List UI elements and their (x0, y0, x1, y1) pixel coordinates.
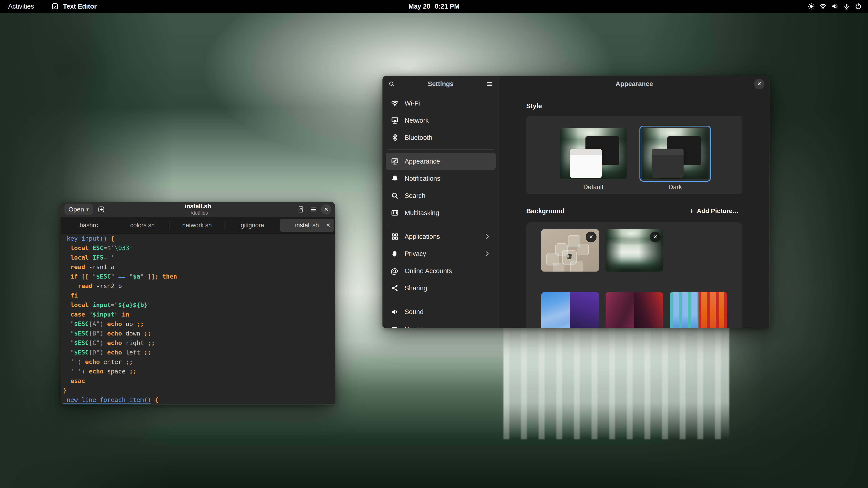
sidebar-item-power[interactable]: Power (385, 320, 496, 328)
text-editor-headerbar[interactable]: Open ▾ install.sh ~/dotfiles (61, 202, 335, 217)
code-line: fi (63, 291, 335, 300)
open-button[interactable]: Open ▾ (64, 204, 93, 215)
selected-theme-frame (640, 126, 711, 182)
tab-install.sh[interactable]: install.sh✕ (280, 219, 334, 232)
tab-bar: .bashrccolors.shnetwork.sh.gitignoreinst… (61, 217, 335, 234)
sidebar-item-label: Power (405, 325, 423, 328)
tab-.gitignore[interactable]: .gitignore (224, 217, 279, 234)
ghost-tile (578, 244, 589, 255)
remove-wallpaper-button[interactable]: ✕ (586, 232, 596, 242)
system-status-area[interactable] (807, 2, 862, 10)
new-tab-button[interactable] (96, 204, 106, 215)
apps-icon (391, 232, 399, 241)
code-line: local ESC=$'\033' (63, 243, 335, 253)
preview-front-window (652, 149, 684, 178)
sidebar-item-bluetooth[interactable]: Bluetooth (385, 129, 496, 146)
tab-label: .gitignore (239, 222, 264, 229)
wallpaper-thumb-forest-waterfall[interactable]: ✕ (606, 229, 663, 271)
chevron-down-icon: ▾ (86, 206, 89, 213)
sidebar-divider (388, 300, 494, 300)
sidebar-item-label: Online Accounts (405, 267, 452, 275)
settings-close-button[interactable]: ✕ (754, 79, 765, 89)
settings-title: Settings (397, 80, 485, 88)
wallpaper-thumb-abstract-beige-dragon[interactable]: ✕ (541, 229, 599, 271)
tab-label: network.sh (182, 222, 212, 229)
sidebar-item-label: Network (405, 117, 429, 124)
settings-sidebar: Settings Wi-FiNetworkBluetoothAppearance… (382, 76, 499, 328)
clock-date: May 28 (408, 3, 430, 10)
theme-preview-default (560, 128, 627, 179)
code-line: "$ESC[A") echo up ;; (63, 319, 335, 329)
preset-wallpapers-row (541, 292, 727, 328)
preview-button[interactable] (296, 204, 306, 215)
power-icon (855, 2, 862, 10)
search-icon (388, 80, 395, 88)
display-brightness-icon (807, 2, 815, 10)
settings-sidebar-headerbar[interactable]: Settings (382, 76, 499, 92)
sidebar-item-label: Search (405, 192, 426, 199)
share-icon (391, 284, 399, 292)
document-title: install.sh ~/dotfiles (185, 203, 211, 216)
privacy-icon (391, 250, 399, 258)
settings-panel-headerbar[interactable]: Appearance ✕ (499, 76, 770, 92)
sidebar-item-search[interactable]: Search (385, 187, 496, 204)
sidebar-item-label: Wi-Fi (405, 100, 420, 107)
sidebar-item-privacy[interactable]: Privacy (385, 245, 496, 262)
chevron-right-icon (484, 250, 491, 257)
sidebar-item-notifications[interactable]: Notifications (385, 170, 496, 187)
background-section-heading: Background (526, 207, 564, 215)
open-button-label: Open (68, 206, 84, 213)
preset-thumb-blue-purple-geometric[interactable] (541, 292, 599, 328)
sidebar-item-sharing[interactable]: Sharing (385, 280, 496, 297)
sidebar-item-applications[interactable]: Applications (385, 228, 496, 245)
preset-thumb-dark-red-waves[interactable] (606, 292, 663, 328)
add-picture-label: Add Picture… (697, 207, 739, 215)
sidebar-item-online-accounts[interactable]: @Online Accounts (385, 262, 496, 280)
theme-option-dark[interactable]: Dark (640, 126, 711, 194)
ghost-tile (553, 263, 564, 271)
sidebar-item-sound[interactable]: Sound (385, 303, 496, 320)
preset-thumb-blue-orange-drips[interactable] (670, 292, 727, 328)
main-menu-button[interactable] (308, 204, 319, 215)
code-line: ' ') echo space ;; (63, 367, 335, 376)
code-line: case "$input" in (63, 310, 335, 319)
tab-colors.sh[interactable]: colors.sh (115, 217, 169, 234)
close-icon: ✕ (324, 206, 329, 213)
tab-network.sh[interactable]: network.sh (170, 217, 224, 234)
sidebar-item-network[interactable]: Network (385, 112, 496, 129)
sidebar-item-appearance[interactable]: Appearance (385, 153, 496, 170)
bluetooth-icon (391, 133, 399, 142)
activities-button[interactable]: Activities (8, 3, 34, 10)
code-line: "$ESC[D") echo left ;; (63, 348, 335, 357)
tab-.bashrc[interactable]: .bashrc (61, 217, 115, 234)
add-picture-button[interactable]: + Add Picture… (686, 205, 742, 217)
code-line: read -rsn2 b (63, 281, 335, 291)
sidebar-item-multitasking[interactable]: Multitasking (385, 204, 496, 221)
focused-app-menu[interactable]: Text Editor (51, 2, 96, 10)
tab-separator (279, 221, 279, 229)
remove-wallpaper-button[interactable]: ✕ (650, 232, 661, 242)
code-editor-area[interactable]: _key_input() { local ESC=$'\033' local I… (61, 234, 335, 404)
tab-close-icon[interactable]: ✕ (326, 222, 331, 228)
code-line: local input="${a}${b}" (63, 300, 335, 310)
settings-menu-button[interactable] (485, 79, 495, 89)
wifi-icon (819, 2, 827, 10)
sidebar-item-wi-fi[interactable]: Wi-Fi (385, 95, 496, 112)
background-options-card: ✕✕ (526, 222, 742, 328)
user-wallpapers-row: ✕✕ (541, 229, 727, 271)
code-line: '') echo enter ;; (63, 357, 335, 367)
window-close-button[interactable]: ✕ (321, 204, 331, 215)
sidebar-divider (388, 149, 494, 150)
top-bar: Activities Text Editor May 28 8:21 PM (0, 0, 868, 13)
code-line: } (63, 386, 335, 395)
theme-option-default[interactable]: Default (558, 126, 629, 194)
clock[interactable]: May 28 8:21 PM (408, 3, 460, 10)
settings-search-button[interactable] (386, 79, 397, 89)
focused-app-name: Text Editor (63, 3, 96, 10)
code-line: read -rsn1 a (63, 262, 335, 272)
style-options-card: DefaultDark (526, 116, 742, 194)
plus-icon: + (689, 207, 694, 215)
theme-label: Default (583, 184, 603, 191)
sound-icon (391, 307, 399, 316)
appearance-icon (391, 157, 399, 166)
